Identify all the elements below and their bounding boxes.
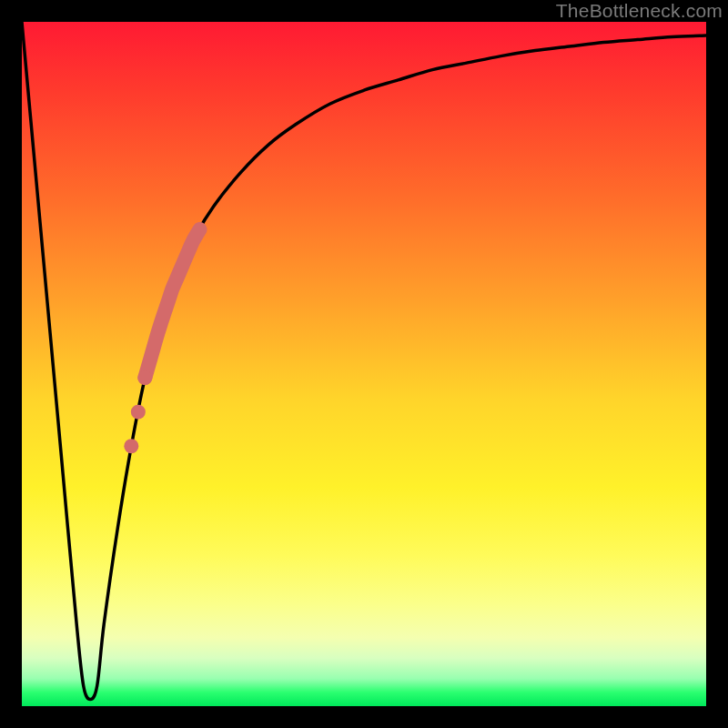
highlight-segment xyxy=(145,229,199,378)
attribution-watermark: TheBottleneck.com xyxy=(556,0,723,22)
highlight-dot xyxy=(131,405,146,420)
highlight-dot xyxy=(124,439,138,453)
chart-svg xyxy=(22,22,706,706)
highlight-dot xyxy=(137,370,152,385)
chart-frame: TheBottleneck.com xyxy=(0,0,728,728)
curve-layer xyxy=(22,22,706,706)
highlight-dots xyxy=(124,370,152,453)
plot-area xyxy=(22,22,706,706)
bottleneck-curve xyxy=(22,22,706,699)
